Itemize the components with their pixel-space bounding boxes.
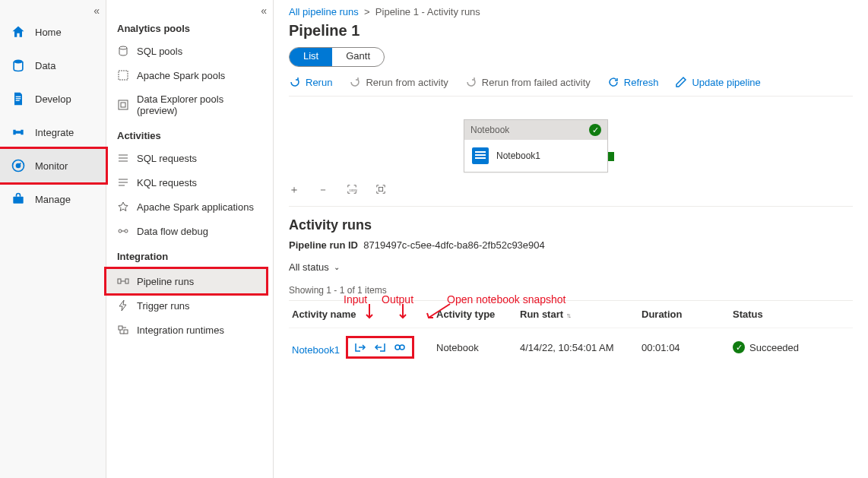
cell-activity-name: Notebook1 [289, 336, 433, 359]
sub-item-sql-requests[interactable]: SQL requests [106, 146, 273, 170]
activity-card-header: Notebook ✓ [464, 120, 607, 140]
zoom-in-button[interactable]: ＋ [289, 183, 299, 197]
view-toggle-list[interactable]: List [290, 48, 332, 66]
canvas-controls: ＋ － 100% [289, 180, 853, 207]
pipeline-runs-icon [117, 275, 129, 287]
update-pipeline-button[interactable]: Update pipeline [675, 76, 760, 88]
rerun-from-failed-button[interactable]: Rerun from failed activity [465, 76, 591, 88]
sub-item-kql-requests[interactable]: KQL requests [106, 170, 273, 195]
rerun-activity-icon [349, 76, 361, 88]
sub-item-spark-pools[interactable]: Apache Spark pools [106, 63, 273, 87]
sidebar-item-manage[interactable]: Manage [0, 182, 106, 216]
col-run-start[interactable]: Run start↑↓ [517, 309, 638, 320]
view-toggle-gantt[interactable]: Gantt [332, 48, 384, 66]
sub-item-label: Integration runtimes [137, 324, 224, 336]
success-icon: ✓ [733, 341, 745, 353]
sub-item-sql-pools[interactable]: SQL pools [106, 39, 273, 63]
rerun-label: Rerun [306, 77, 332, 88]
integration-runtimes-icon [117, 324, 129, 336]
refresh-button[interactable]: Refresh [607, 76, 659, 88]
svg-rect-9 [119, 100, 128, 109]
zoom-fit-button[interactable] [375, 184, 386, 197]
collapse-subpanel-icon[interactable]: « [261, 5, 267, 17]
sub-item-label: SQL requests [137, 153, 197, 164]
annotation-output: Output [382, 293, 413, 305]
data-explorer-icon [117, 99, 129, 111]
sidebar-item-data[interactable]: Data [0, 49, 106, 82]
activity-runs-table: Activity name Activity type Run start↑↓ … [289, 300, 853, 366]
run-id-label: Pipeline run ID [289, 239, 358, 251]
breadcrumb-root-link[interactable]: All pipeline runs [289, 6, 359, 17]
activity-card-notebook[interactable]: Notebook ✓ Notebook1 [464, 119, 608, 173]
svg-rect-8 [119, 71, 128, 80]
col-status[interactable]: Status [730, 309, 813, 320]
nav-label: Develop [35, 93, 71, 105]
collapse-sidebar-icon[interactable]: « [93, 5, 100, 17]
sub-item-label: Data flow debug [137, 226, 208, 237]
svg-point-0 [14, 60, 23, 64]
activity-name-link[interactable]: Notebook1 [292, 344, 340, 356]
svg-point-18 [125, 230, 128, 233]
sub-item-label: Apache Spark applications [137, 201, 254, 213]
svg-rect-26 [379, 187, 382, 191]
zoom-out-button[interactable]: － [318, 183, 328, 197]
breadcrumb-sep: > [364, 6, 370, 17]
home-icon [11, 24, 26, 40]
rerun-from-activity-button[interactable]: Rerun from activity [349, 76, 448, 88]
sidebar-item-develop[interactable]: Develop [0, 82, 106, 116]
svg-line-29 [429, 304, 450, 318]
toolbox-icon [11, 192, 26, 207]
sub-item-pipeline-runs[interactable]: Pipeline runs [106, 269, 266, 293]
sub-item-data-explorer-pools[interactable]: Data Explorer pools (preview) [106, 87, 273, 122]
svg-rect-23 [119, 326, 122, 330]
view-toggle: List Gantt [289, 47, 385, 67]
dataflow-debug-icon [117, 225, 129, 237]
sub-item-dataflow-debug[interactable]: Data flow debug [106, 219, 273, 243]
document-icon [11, 91, 26, 106]
status-filter-label: All status [289, 261, 329, 273]
trigger-runs-icon [117, 299, 129, 312]
breadcrumb-current: Pipeline 1 - Activity runs [375, 6, 480, 17]
nav-label: Manage [35, 194, 71, 205]
status-text: Succeeded [749, 342, 799, 353]
col-activity-name[interactable]: Activity name [289, 309, 433, 320]
output-icon[interactable] [374, 341, 386, 353]
sub-item-spark-apps[interactable]: Apache Spark applications [106, 195, 273, 219]
toolbar: Rerun Rerun from activity Rerun from fai… [289, 67, 853, 97]
zoom-100-button[interactable]: 100% [347, 184, 357, 197]
refresh-icon [607, 76, 619, 88]
snapshot-icon[interactable] [394, 341, 406, 353]
subpanel-section-analytics: Analytics pools [106, 15, 273, 39]
nav-label: Data [35, 60, 55, 71]
cell-duration: 00:01:04 [638, 342, 730, 353]
sort-icon: ↑↓ [566, 312, 570, 319]
sidebar-item-monitor[interactable]: Monitor [0, 147, 108, 185]
sub-item-label: KQL requests [137, 177, 197, 188]
rerun-button[interactable]: Rerun [289, 76, 332, 88]
edit-icon [675, 76, 687, 88]
sub-item-label: Data Explorer pools (preview) [137, 93, 262, 116]
sidebar-item-home[interactable]: Home [0, 15, 106, 49]
sql-requests-icon [117, 152, 129, 164]
svg-rect-21 [125, 279, 128, 283]
input-icon[interactable] [354, 341, 366, 353]
cell-activity-type: Notebook [433, 342, 517, 353]
items-count: Showing 1 - 1 of 1 items [289, 285, 853, 296]
output-connector[interactable] [608, 152, 614, 161]
pipeline-icon [11, 125, 26, 140]
database-icon [11, 58, 26, 73]
sidebar-item-integrate[interactable]: Integrate [0, 116, 106, 149]
svg-point-31 [400, 345, 404, 350]
rerun-activity-label: Rerun from activity [366, 77, 448, 88]
status-filter-dropdown[interactable]: All status ⌄ [289, 261, 340, 285]
subpanel-section-integration: Integration [106, 243, 273, 267]
sub-item-label: Pipeline runs [137, 276, 194, 287]
sub-item-trigger-runs[interactable]: Trigger runs [106, 293, 273, 318]
sub-item-integration-runtimes[interactable]: Integration runtimes [106, 318, 273, 342]
rerun-icon [289, 76, 301, 88]
col-duration[interactable]: Duration [638, 309, 730, 320]
svg-rect-3 [16, 100, 20, 101]
sql-pools-icon [117, 45, 129, 57]
svg-rect-10 [121, 103, 125, 107]
sub-sidebar: « Analytics pools SQL pools Apache Spark… [106, 0, 274, 478]
